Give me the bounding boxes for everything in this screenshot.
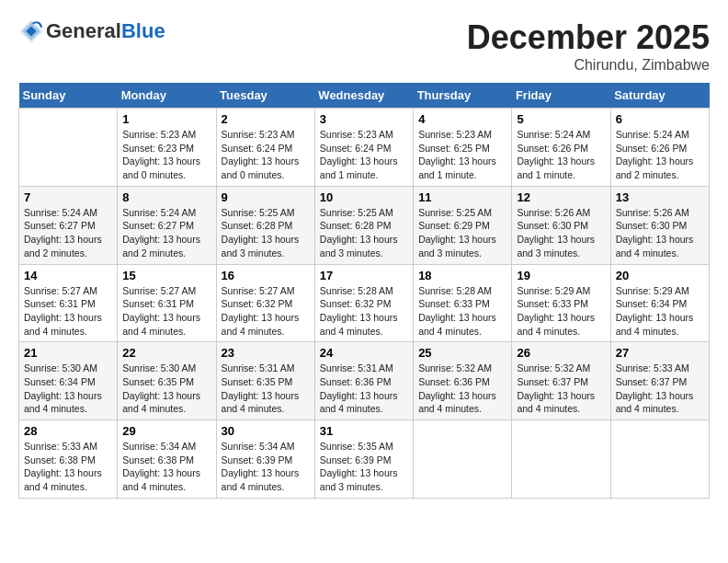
day-info: Sunrise: 5:24 AMSunset: 6:26 PMDaylight:… <box>616 128 704 182</box>
calendar-cell: 10Sunrise: 5:25 AMSunset: 6:28 PMDayligh… <box>314 186 413 264</box>
calendar-cell: 23Sunrise: 5:31 AMSunset: 6:35 PMDayligh… <box>216 342 314 420</box>
day-number: 25 <box>418 346 506 360</box>
day-info: Sunrise: 5:25 AMSunset: 6:29 PMDaylight:… <box>418 206 506 260</box>
calendar-cell: 16Sunrise: 5:27 AMSunset: 6:32 PMDayligh… <box>216 264 314 342</box>
calendar-cell: 6Sunrise: 5:24 AMSunset: 6:26 PMDaylight… <box>610 109 709 187</box>
day-number: 4 <box>418 112 506 126</box>
page-header: GeneralBlue December 2025 Chirundu, Zimb… <box>18 18 710 74</box>
calendar-header-row: SundayMondayTuesdayWednesdayThursdayFrid… <box>19 83 710 109</box>
day-info: Sunrise: 5:28 AMSunset: 6:33 PMDaylight:… <box>418 284 506 339</box>
day-number: 24 <box>320 346 408 360</box>
day-info: Sunrise: 5:27 AMSunset: 6:31 PMDaylight:… <box>122 284 210 339</box>
calendar-cell: 31Sunrise: 5:35 AMSunset: 6:39 PMDayligh… <box>314 420 413 499</box>
day-info: Sunrise: 5:34 AMSunset: 6:38 PMDaylight:… <box>122 440 210 494</box>
day-info: Sunrise: 5:23 AMSunset: 6:23 PMDaylight:… <box>122 128 210 182</box>
day-number: 9 <box>222 190 310 204</box>
calendar-cell: 14Sunrise: 5:27 AMSunset: 6:31 PMDayligh… <box>19 264 118 342</box>
header-friday: Friday <box>512 83 610 109</box>
day-info: Sunrise: 5:25 AMSunset: 6:28 PMDaylight:… <box>320 206 408 260</box>
day-info: Sunrise: 5:26 AMSunset: 6:30 PMDaylight:… <box>616 206 704 260</box>
calendar-cell: 17Sunrise: 5:28 AMSunset: 6:32 PMDayligh… <box>314 264 413 342</box>
day-info: Sunrise: 5:30 AMSunset: 6:34 PMDaylight:… <box>24 362 112 416</box>
calendar-cell <box>610 420 709 499</box>
day-info: Sunrise: 5:23 AMSunset: 6:24 PMDaylight:… <box>320 128 408 182</box>
day-info: Sunrise: 5:31 AMSunset: 6:36 PMDaylight:… <box>320 362 408 416</box>
day-number: 22 <box>122 346 210 360</box>
calendar-cell: 1Sunrise: 5:23 AMSunset: 6:23 PMDaylight… <box>118 109 216 187</box>
day-number: 16 <box>222 269 310 282</box>
header-wednesday: Wednesday <box>314 83 413 109</box>
day-info: Sunrise: 5:31 AMSunset: 6:35 PMDaylight:… <box>222 362 310 416</box>
day-number: 27 <box>616 346 704 360</box>
day-info: Sunrise: 5:24 AMSunset: 6:26 PMDaylight:… <box>517 128 605 182</box>
day-number: 23 <box>222 346 310 360</box>
day-number: 18 <box>418 269 506 282</box>
day-number: 11 <box>418 190 506 204</box>
day-number: 7 <box>24 190 112 204</box>
header-tuesday: Tuesday <box>216 83 314 109</box>
calendar-week-row: 1Sunrise: 5:23 AMSunset: 6:23 PMDaylight… <box>19 109 710 187</box>
calendar-cell: 30Sunrise: 5:34 AMSunset: 6:39 PMDayligh… <box>216 420 314 499</box>
calendar-cell: 28Sunrise: 5:33 AMSunset: 6:38 PMDayligh… <box>19 420 118 499</box>
calendar-week-row: 28Sunrise: 5:33 AMSunset: 6:38 PMDayligh… <box>19 420 710 499</box>
logo: GeneralBlue <box>18 18 165 44</box>
calendar-week-row: 7Sunrise: 5:24 AMSunset: 6:27 PMDaylight… <box>19 186 710 264</box>
day-info: Sunrise: 5:32 AMSunset: 6:37 PMDaylight:… <box>517 362 605 416</box>
calendar-cell: 2Sunrise: 5:23 AMSunset: 6:24 PMDaylight… <box>216 109 314 187</box>
calendar-cell: 11Sunrise: 5:25 AMSunset: 6:29 PMDayligh… <box>414 186 512 264</box>
header-monday: Monday <box>118 83 216 109</box>
header-saturday: Saturday <box>610 83 709 109</box>
day-info: Sunrise: 5:32 AMSunset: 6:36 PMDaylight:… <box>418 362 506 416</box>
calendar-cell <box>19 109 118 187</box>
title-section: December 2025 Chirundu, Zimbabwe <box>467 18 710 74</box>
logo-general-text: General <box>46 19 121 42</box>
month-title: December 2025 <box>467 18 710 57</box>
calendar-week-row: 14Sunrise: 5:27 AMSunset: 6:31 PMDayligh… <box>19 264 710 342</box>
calendar-cell: 20Sunrise: 5:29 AMSunset: 6:34 PMDayligh… <box>610 264 709 342</box>
calendar-cell <box>512 420 610 499</box>
day-number: 28 <box>24 424 112 438</box>
day-info: Sunrise: 5:27 AMSunset: 6:32 PMDaylight:… <box>222 284 310 339</box>
day-info: Sunrise: 5:24 AMSunset: 6:27 PMDaylight:… <box>122 206 210 260</box>
calendar-cell: 22Sunrise: 5:30 AMSunset: 6:35 PMDayligh… <box>118 342 216 420</box>
day-number: 1 <box>122 112 210 126</box>
calendar-cell: 5Sunrise: 5:24 AMSunset: 6:26 PMDaylight… <box>512 109 610 187</box>
calendar-cell: 19Sunrise: 5:29 AMSunset: 6:33 PMDayligh… <box>512 264 610 342</box>
day-number: 19 <box>517 269 605 282</box>
day-number: 2 <box>222 112 310 126</box>
day-info: Sunrise: 5:25 AMSunset: 6:28 PMDaylight:… <box>222 206 310 260</box>
day-number: 15 <box>122 269 210 282</box>
day-info: Sunrise: 5:24 AMSunset: 6:27 PMDaylight:… <box>24 206 112 260</box>
day-number: 5 <box>517 112 605 126</box>
calendar-cell: 12Sunrise: 5:26 AMSunset: 6:30 PMDayligh… <box>512 186 610 264</box>
day-number: 12 <box>517 190 605 204</box>
day-number: 29 <box>122 424 210 438</box>
day-info: Sunrise: 5:35 AMSunset: 6:39 PMDaylight:… <box>320 440 408 494</box>
calendar-cell: 26Sunrise: 5:32 AMSunset: 6:37 PMDayligh… <box>512 342 610 420</box>
day-number: 10 <box>320 190 408 204</box>
day-info: Sunrise: 5:23 AMSunset: 6:25 PMDaylight:… <box>418 128 506 182</box>
calendar-cell: 7Sunrise: 5:24 AMSunset: 6:27 PMDaylight… <box>19 186 118 264</box>
day-number: 3 <box>320 112 408 126</box>
day-info: Sunrise: 5:33 AMSunset: 6:38 PMDaylight:… <box>24 440 112 494</box>
day-info: Sunrise: 5:34 AMSunset: 6:39 PMDaylight:… <box>222 440 310 494</box>
calendar-cell <box>414 420 512 499</box>
day-info: Sunrise: 5:29 AMSunset: 6:33 PMDaylight:… <box>517 284 605 339</box>
day-number: 6 <box>616 112 704 126</box>
day-info: Sunrise: 5:33 AMSunset: 6:37 PMDaylight:… <box>616 362 704 416</box>
day-number: 14 <box>24 269 112 282</box>
calendar-cell: 8Sunrise: 5:24 AMSunset: 6:27 PMDaylight… <box>118 186 216 264</box>
day-number: 26 <box>517 346 605 360</box>
calendar-cell: 21Sunrise: 5:30 AMSunset: 6:34 PMDayligh… <box>19 342 118 420</box>
day-info: Sunrise: 5:26 AMSunset: 6:30 PMDaylight:… <box>517 206 605 260</box>
day-number: 20 <box>616 269 704 282</box>
calendar-cell: 4Sunrise: 5:23 AMSunset: 6:25 PMDaylight… <box>414 109 512 187</box>
calendar-table: SundayMondayTuesdayWednesdayThursdayFrid… <box>18 83 710 499</box>
calendar-cell: 27Sunrise: 5:33 AMSunset: 6:37 PMDayligh… <box>610 342 709 420</box>
day-number: 13 <box>616 190 704 204</box>
calendar-cell: 15Sunrise: 5:27 AMSunset: 6:31 PMDayligh… <box>118 264 216 342</box>
calendar-cell: 3Sunrise: 5:23 AMSunset: 6:24 PMDaylight… <box>314 109 413 187</box>
calendar-cell: 9Sunrise: 5:25 AMSunset: 6:28 PMDaylight… <box>216 186 314 264</box>
header-sunday: Sunday <box>19 83 118 109</box>
day-info: Sunrise: 5:29 AMSunset: 6:34 PMDaylight:… <box>616 284 704 339</box>
